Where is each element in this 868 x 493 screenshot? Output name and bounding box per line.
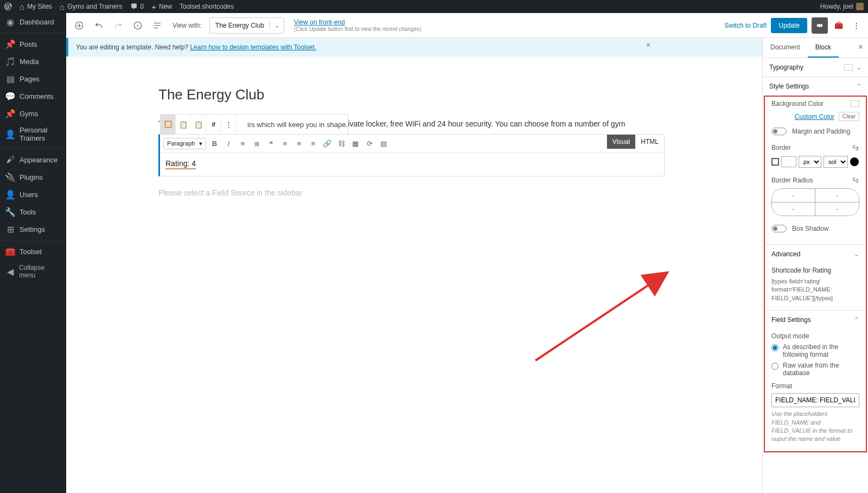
tab-block[interactable]: Block [808,38,839,58]
update-button[interactable]: Update [771,18,807,33]
radius-tl[interactable] [772,189,815,203]
block-content[interactable]: Rating: 4 [160,153,664,176]
bold-button[interactable]: B [208,137,220,149]
italic-button[interactable]: I [222,137,234,149]
redo-button[interactable] [111,18,126,33]
page-title[interactable]: The Energy Club [158,86,665,103]
link-button[interactable]: 🔗 [321,137,333,149]
block-date-button[interactable]: 📋 [176,115,191,134]
border-width-input[interactable] [781,156,796,167]
custom-color-link[interactable]: Custom Color [795,113,834,121]
clear-button[interactable]: Clear [839,112,859,121]
switch-draft-button[interactable]: Switch to Draft [724,22,767,29]
toolset-icon-button[interactable]: 🧰 [832,21,845,29]
page-icon: ▤ [5,74,15,84]
tab-html[interactable]: HTML [635,135,664,149]
border-color-picker[interactable] [771,158,779,166]
border-unit-select[interactable]: px [799,156,821,168]
bgcolor-swatch[interactable] [851,100,859,107]
sidebar-item-gyms[interactable]: 📌Gyms [0,105,66,122]
block-more-button[interactable]: ⋮ [221,115,237,134]
sidebar-label: Plugins [20,173,43,181]
radius-br[interactable] [815,203,859,216]
advanced-section[interactable]: Advanced ⌄ [765,245,866,263]
undo-button[interactable] [91,18,106,33]
align-center-button[interactable]: ≡ [293,137,305,149]
block-clip-button[interactable]: 📋 [191,115,206,134]
new-content[interactable]: +New [151,2,172,11]
collapse-label: Collapse menu [19,264,61,279]
align-left-button[interactable]: ≡ [279,137,291,149]
toolset-shortcodes[interactable]: Toolset shortcodes [180,3,234,10]
border-style-select[interactable]: solid [824,156,848,168]
svg-line-3 [535,274,666,361]
sidebar-item-settings[interactable]: ⊞Settings [0,220,66,238]
info-button[interactable] [130,18,145,33]
radio-raw[interactable] [771,363,778,370]
paragraph-select[interactable]: Paragraph▾ [163,138,206,149]
wp-logo[interactable] [4,3,12,10]
block-type-button[interactable] [161,115,176,134]
align-right-button[interactable]: ≡ [307,137,319,149]
tab-document[interactable]: Document [763,38,808,58]
close-panel-button[interactable]: ✕ [858,43,864,51]
sidebar-item-dashboard[interactable]: ◉Dashboard [0,13,66,30]
howdy[interactable]: Howdy, joel [820,3,864,10]
notice-link[interactable]: Learn how to design templates with Tools… [190,43,316,51]
sidebar-item-comments[interactable]: 💬Comments [0,87,66,105]
output-option-raw[interactable]: Raw value from the database [771,362,859,377]
sidebar-item-plugins[interactable]: 🔌Plugins [0,168,66,186]
ul-button[interactable]: ≡ [237,137,248,149]
border-color-circle[interactable] [850,157,859,166]
field-block[interactable]: 📋 📋 if ⋮ irs which will keep you in shap… [158,134,665,176]
chevron-up-icon: ⌃ [856,83,861,90]
typography-section[interactable]: Typography ⌄ [763,58,868,77]
field-settings-section[interactable]: Field Settings ⌃ [765,311,866,329]
sidebar-item-appearance[interactable]: 🖌Appearance [0,151,66,168]
settings-gear-button[interactable] [812,17,828,34]
sidebar-item-trainers[interactable]: 👤Personal Trainers [0,122,66,146]
settings-tabs: Document Block ✕ [763,38,868,58]
sidebar-item-posts[interactable]: 📌Posts [0,35,66,53]
viewwith-select[interactable]: The Energy Club ⌄ [209,17,284,34]
code-button[interactable]: ⟳ [363,137,375,149]
block-if-button[interactable]: if [206,115,221,134]
format-input[interactable] [771,393,859,407]
add-block-button[interactable] [72,18,87,33]
sidebar-item-tools[interactable]: 🔧Tools [0,203,66,220]
fields-button[interactable]: ▨ [378,137,390,149]
viewfront-link[interactable]: View on front-end [294,18,345,26]
ol-button[interactable]: ≣ [251,137,263,149]
outline-button[interactable] [150,18,165,33]
sidebar-item-users[interactable]: 👤Users [0,186,66,203]
my-sites[interactable]: ⌂My Sites [20,2,52,11]
field-settings-label: Field Settings [771,316,811,324]
tab-visual[interactable]: Visual [607,135,635,149]
output-mode-label: Output mode [771,332,859,340]
sidebar-item-pages[interactable]: ▤Pages [0,70,66,87]
empty-field-placeholder[interactable]: Please select a Field Source in the side… [158,188,665,197]
style-settings-section[interactable]: Style Settings ⌃ [763,77,868,96]
site-name[interactable]: ⌂Gyms and Trainers [60,2,122,11]
margin-padding-toggle[interactable] [771,128,787,135]
notice-close-button[interactable]: ✕ [646,41,651,49]
output-option-formatted[interactable]: As described in the following format [771,343,859,358]
admin-bar: ⌂My Sites ⌂Gyms and Trainers 0 +New Tool… [0,0,868,13]
link-icon[interactable] [852,144,859,151]
sidebar-item-toolset[interactable]: 🧰Toolset [0,243,66,260]
block-toolbar: 📋 📋 if ⋮ irs which will keep you in shap… [160,114,348,135]
more-button[interactable]: ▦ [349,137,361,149]
link-icon[interactable] [852,176,859,184]
radius-bl[interactable] [772,203,815,216]
quote-button[interactable]: ❝ [265,137,277,149]
radius-tr[interactable] [815,189,859,203]
unlink-button[interactable]: ⛓ [335,137,347,149]
collapse-menu[interactable]: ◀Collapse menu [0,260,66,283]
box-shadow-toggle[interactable] [771,225,787,232]
sidebar-label: Media [20,58,39,66]
comments-link[interactable]: 0 [130,3,144,10]
sidebar-item-media[interactable]: 🎵Media [0,53,66,70]
more-options-button[interactable]: ⋮ [850,21,863,29]
radio-formatted[interactable] [771,344,778,351]
format-label: Format [771,382,859,390]
